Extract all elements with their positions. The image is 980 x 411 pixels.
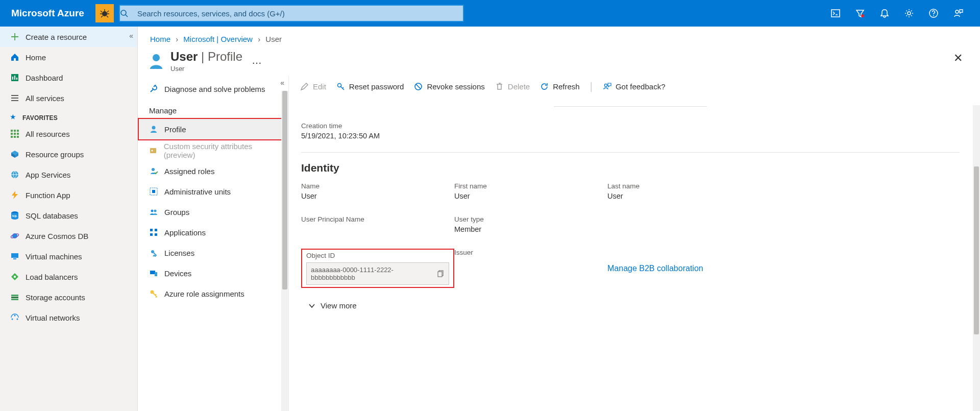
nav-sql-databases[interactable]: SQLSQL databases xyxy=(0,205,137,226)
creation-time-label: Creation time xyxy=(301,122,960,130)
subnav-applications[interactable]: Applications xyxy=(138,222,288,243)
svg-rect-12 xyxy=(11,130,13,132)
feedback-person-icon[interactable] xyxy=(946,0,970,27)
breadcrumb: Home › Microsoft | Overview › User xyxy=(138,27,980,49)
bug-icon[interactable] xyxy=(95,4,114,22)
subnav-assigned-roles[interactable]: Assigned roles xyxy=(138,161,288,181)
svg-point-38 xyxy=(152,150,153,151)
nav-function-app[interactable]: Function App xyxy=(0,185,137,205)
crumb-home[interactable]: Home xyxy=(150,35,170,43)
nav-all-resources[interactable]: All resources xyxy=(0,124,137,144)
svg-point-34 xyxy=(14,315,16,317)
command-bar: Edit Reset password Revoke sessions Dele… xyxy=(289,76,972,100)
copy-icon[interactable] xyxy=(437,270,445,277)
nav-app-services[interactable]: App Services xyxy=(0,164,137,185)
cmd-feedback[interactable]: Got feedback? xyxy=(603,82,666,91)
plus-icon xyxy=(10,32,19,41)
cmd-refresh[interactable]: Refresh xyxy=(540,82,580,91)
filter-icon[interactable] xyxy=(848,0,872,27)
crumb-overview[interactable]: Microsoft | Overview xyxy=(183,35,253,43)
collapse-left-icon[interactable]: « xyxy=(129,32,133,40)
nav-create-resource[interactable]: Create a resource xyxy=(0,27,137,47)
key-reset-icon xyxy=(336,82,345,91)
command-separator: | xyxy=(590,81,593,92)
svg-rect-15 xyxy=(11,133,13,135)
nav-load-balancers[interactable]: Load balancers xyxy=(0,267,137,287)
subnav-label: Administrative units xyxy=(164,187,231,196)
last-name-value: User xyxy=(607,192,761,200)
nav-home[interactable]: Home xyxy=(0,47,137,67)
svg-rect-31 xyxy=(11,299,18,300)
subnav-label: Assigned roles xyxy=(164,167,214,176)
subnav-devices[interactable]: Devices xyxy=(138,263,288,283)
subnav-diagnose[interactable]: Diagnose and solve problems xyxy=(138,79,288,99)
identity-header: Identity xyxy=(301,162,960,174)
help-icon[interactable] xyxy=(922,0,945,27)
nav-label: App Services xyxy=(26,171,70,179)
svg-point-32 xyxy=(12,319,13,320)
storage-icon xyxy=(10,293,19,302)
nav-storage-accounts[interactable]: Storage accounts xyxy=(0,287,137,307)
object-id-label: Object ID xyxy=(306,252,449,259)
close-icon[interactable]: ✕ xyxy=(948,50,968,67)
vm-icon xyxy=(10,252,19,261)
svg-rect-37 xyxy=(150,148,156,153)
person-icon xyxy=(149,125,158,133)
page-subtitle: User xyxy=(170,65,242,72)
svg-rect-10 xyxy=(14,76,15,80)
nav-cosmos-db[interactable]: Azure Cosmos DB xyxy=(0,226,137,246)
name-value: User xyxy=(301,192,454,200)
subnav-licenses[interactable]: Licenses xyxy=(138,243,288,263)
subnav-admin-units[interactable]: Administrative units xyxy=(138,181,288,202)
subnav-custom-security: Custom security attributes (preview) xyxy=(138,140,288,161)
globe-icon xyxy=(10,170,19,179)
top-icon-bar xyxy=(824,0,980,27)
section-divider xyxy=(301,152,960,153)
cloud-shell-icon[interactable] xyxy=(824,0,847,27)
nav-label: Create a resource xyxy=(26,33,87,41)
badge-icon xyxy=(149,147,158,155)
search-box[interactable] xyxy=(119,5,464,22)
nav-label: All services xyxy=(26,94,64,103)
svg-rect-14 xyxy=(17,130,19,132)
nav-virtual-networks[interactable]: Virtual networks xyxy=(0,307,137,328)
more-actions-icon[interactable]: … xyxy=(252,55,262,66)
nav-virtual-machines[interactable]: Virtual machines xyxy=(0,246,137,267)
svg-rect-19 xyxy=(14,136,16,138)
gear-icon[interactable] xyxy=(897,0,921,27)
cmd-revoke-sessions[interactable]: Revoke sessions xyxy=(414,82,484,91)
subnav-label: Licenses xyxy=(164,249,194,257)
user-type-label: User type xyxy=(454,215,607,223)
pencil-icon xyxy=(300,82,309,91)
svg-rect-27 xyxy=(13,258,16,259)
svg-text:SQL: SQL xyxy=(12,214,17,217)
nav-all-services[interactable]: All services xyxy=(0,88,137,108)
subnav-groups[interactable]: Groups xyxy=(138,202,288,222)
blade-area: Home › Microsoft | Overview › User User … xyxy=(138,27,980,411)
object-id-value: aaaaaaaa-0000-1111-2222-bbbbbbbbbbbb xyxy=(311,266,432,281)
svg-point-54 xyxy=(604,84,607,86)
svg-rect-2 xyxy=(831,10,840,17)
upn-label: User Principal Name xyxy=(301,215,454,223)
subnav-azure-roles[interactable]: Azure role assignments xyxy=(138,283,288,304)
nav-dashboard[interactable]: Dashboard xyxy=(0,67,137,88)
user-icon xyxy=(147,52,165,70)
nav-label: Azure Cosmos DB xyxy=(26,232,88,240)
nav-resource-groups[interactable]: Resource groups xyxy=(0,144,137,164)
svg-point-39 xyxy=(152,168,155,171)
subnav-label: Devices xyxy=(164,269,191,278)
search-input[interactable] xyxy=(137,9,463,18)
subnav-scrollbar[interactable] xyxy=(281,91,288,411)
bell-icon[interactable] xyxy=(873,0,896,27)
cmd-reset-password[interactable]: Reset password xyxy=(336,82,404,91)
content-scrollbar[interactable] xyxy=(973,105,980,411)
manage-b2b-link[interactable]: Manage B2B collaboration xyxy=(607,264,703,273)
nav-label: Virtual machines xyxy=(26,252,82,261)
subnav-profile[interactable]: Profile xyxy=(138,118,288,140)
bolt-icon xyxy=(10,190,19,200)
nav-label: Virtual networks xyxy=(26,313,80,322)
key-icon xyxy=(149,289,158,298)
first-name-label: First name xyxy=(454,182,607,190)
view-more-toggle[interactable]: View more xyxy=(301,301,960,310)
collapse-subnav-icon[interactable]: « xyxy=(280,79,284,87)
